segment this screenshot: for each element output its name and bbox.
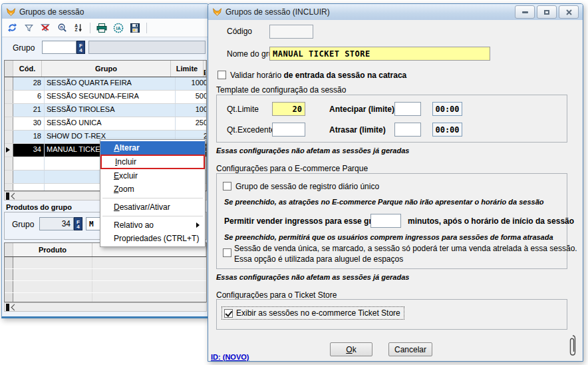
close-icon bbox=[566, 9, 572, 15]
menu-item-excluir[interactable]: Excluir bbox=[100, 169, 205, 182]
window-title: Grupos de sessão bbox=[19, 7, 84, 17]
registro-diario-label: Grupo de sessão de registro diário único bbox=[235, 182, 379, 191]
table-row-empty[interactable] bbox=[5, 257, 206, 269]
qt-limite-label: Qt.Limite bbox=[227, 105, 259, 114]
ia-icon[interactable]: IA bbox=[112, 21, 125, 34]
grid-header: Cód. Grupo Limite Ex bbox=[5, 61, 206, 77]
ticketstore-section-title: Configurações para o Ticket Store bbox=[216, 290, 337, 300]
table-row[interactable]: 28 SESSÃO QUARTA FEIRA 1000 bbox=[5, 77, 206, 91]
label-regular-part: Validar horário bbox=[230, 71, 283, 80]
menu-item-zoom[interactable]: Zoom bbox=[100, 182, 205, 196]
exibir-sessoes-label: Exibir as sessões no e-commerce Ticket S… bbox=[236, 308, 400, 318]
menu-item-label: Relativo ao bbox=[114, 220, 154, 230]
menu-separator bbox=[102, 198, 203, 198]
dialog-titlebar[interactable]: Grupos de sessão (INCLUIR) bbox=[208, 4, 583, 20]
permitir-note: Se preenchido, permitirá que os usuários… bbox=[224, 233, 553, 241]
exibir-sessoes-checkbox[interactable] bbox=[224, 309, 233, 318]
exibir-sessoes-focus: Exibir as sessões no e-commerce Ticket S… bbox=[221, 306, 404, 320]
scroll-left-icon[interactable] bbox=[11, 304, 18, 310]
table-row-empty[interactable] bbox=[5, 293, 206, 302]
record-pointer-icon bbox=[6, 147, 10, 153]
paperclip-icon[interactable] bbox=[568, 334, 577, 358]
col-header-grupo[interactable]: Grupo bbox=[42, 61, 171, 77]
products-section-title: Produtos do grupo bbox=[6, 203, 72, 211]
codigo-input[interactable] bbox=[269, 25, 313, 39]
cancel-button[interactable]: Cancelar bbox=[388, 342, 432, 356]
template-note: Essas configurações não afetam as sessõe… bbox=[216, 147, 409, 155]
products-f4-button[interactable]: F4 bbox=[74, 217, 82, 230]
splitter-handle[interactable] bbox=[6, 192, 9, 200]
nome-grupo-input[interactable]: MANUAL TICKET STORE bbox=[269, 47, 490, 61]
toolbar-separator bbox=[90, 23, 90, 33]
template-section-title: Template de configuração da sessão bbox=[216, 85, 346, 95]
col-header-excedente[interactable]: Ex bbox=[204, 61, 206, 77]
antecipar-input[interactable] bbox=[394, 102, 421, 116]
table-row[interactable]: 6 SESSÃO SEGUNDA-FEIRA 500 bbox=[5, 91, 206, 104]
print-icon[interactable] bbox=[95, 21, 108, 34]
permitir-label-post: minutos, após o horário de início da ses… bbox=[408, 216, 574, 226]
label-bold-part: de entrada da sessão na catraca bbox=[283, 71, 406, 80]
menu-item-incluir[interactable]: Incluir bbox=[100, 155, 205, 169]
template-groupbox bbox=[216, 95, 567, 143]
menu-separator bbox=[102, 216, 203, 216]
minutos-input[interactable] bbox=[370, 214, 401, 228]
maximize-icon bbox=[544, 10, 549, 15]
atrasar-label: Atrasar (limite) bbox=[329, 125, 386, 135]
id-novo-link[interactable]: ID: (NOVO) bbox=[211, 353, 249, 361]
validar-checkbox-label: Validar horário de entrada da sessão na … bbox=[230, 71, 406, 80]
window-titlebar[interactable]: Grupos de sessão bbox=[2, 4, 208, 19]
filter-icon[interactable] bbox=[22, 21, 35, 34]
group-filter-label: Grupo bbox=[13, 43, 35, 53]
dialog-title: Grupos de sessão (INCLUIR) bbox=[225, 7, 330, 17]
qt-limite-input[interactable]: 20 bbox=[272, 102, 305, 116]
venda-unica-label-line2: Essa opção é utilizada para aluguel de e… bbox=[234, 254, 403, 264]
refresh-icon[interactable] bbox=[5, 21, 19, 34]
atrasar-time-display: 00:00 bbox=[432, 123, 462, 137]
col-header-cod[interactable]: Cód. bbox=[13, 61, 42, 77]
save-icon[interactable] bbox=[128, 21, 142, 34]
col-header-produto[interactable]: Produto bbox=[13, 243, 92, 256]
ok-button[interactable]: Ok bbox=[330, 342, 372, 356]
qt-excedente-input[interactable] bbox=[272, 123, 305, 137]
toolbar-separator bbox=[146, 23, 147, 33]
svg-text:IA: IA bbox=[116, 25, 121, 30]
app-fox-icon bbox=[212, 7, 222, 17]
group-name-display bbox=[88, 41, 206, 54]
codigo-label: Código bbox=[227, 27, 252, 36]
menu-item-desativar[interactable]: Desativar/Ativar bbox=[100, 200, 205, 214]
table-row-empty[interactable] bbox=[5, 269, 206, 281]
svg-text:Z: Z bbox=[75, 27, 78, 32]
validar-horario-checkbox[interactable] bbox=[218, 71, 226, 79]
desktop: Grupos de sessão bbox=[0, 0, 588, 365]
scroll-left-icon[interactable] bbox=[11, 192, 18, 199]
products-hscrollbar[interactable] bbox=[4, 302, 207, 312]
ecommerce-note: Essas configurações não afetam as sessõe… bbox=[216, 273, 409, 281]
products-grid[interactable]: Produto bbox=[4, 242, 207, 302]
menu-item-propriedades[interactable]: Propriedades (CTRL+T) bbox=[100, 232, 205, 245]
clear-filter-icon[interactable] bbox=[39, 21, 52, 34]
registro-diario-checkbox[interactable] bbox=[223, 182, 231, 190]
venda-unica-checkbox[interactable] bbox=[223, 248, 231, 257]
splitter-handle[interactable] bbox=[6, 304, 9, 311]
sort-icon[interactable]: A Z bbox=[72, 21, 85, 34]
menu-item-alterar[interactable]: Alterar bbox=[100, 141, 205, 155]
table-row-empty[interactable] bbox=[5, 281, 206, 293]
ecommerce-section-title: Configurações para o E-commerce Parque bbox=[216, 164, 368, 173]
products-group-input[interactable]: 34 bbox=[39, 217, 74, 230]
search-icon[interactable]: n bbox=[55, 21, 69, 34]
maximize-button[interactable] bbox=[537, 5, 557, 19]
antecipar-time-display: 00:00 bbox=[432, 102, 462, 116]
submenu-arrow-icon bbox=[196, 222, 200, 228]
menu-item-relativo[interactable]: Relativo ao bbox=[100, 218, 205, 232]
qt-excedente-label: Qt.Excedente bbox=[227, 125, 275, 135]
context-menu: Alterar Incluir Excluir Zoom Desativar/A… bbox=[100, 139, 206, 247]
antecipar-label: Antecipar (limite) bbox=[329, 105, 394, 114]
table-row[interactable]: 21 SESSÃO TIROLESA 100 bbox=[5, 104, 206, 117]
col-header-limite[interactable]: Limite bbox=[171, 61, 204, 77]
group-filter-input[interactable] bbox=[42, 41, 76, 54]
minimize-button[interactable] bbox=[515, 5, 535, 19]
atrasar-input[interactable] bbox=[394, 123, 421, 137]
group-filter-f4-button[interactable]: F4 bbox=[76, 41, 85, 54]
table-row[interactable]: 30 SESSÃO UNICA 250 bbox=[5, 117, 206, 131]
close-button[interactable] bbox=[559, 5, 579, 19]
